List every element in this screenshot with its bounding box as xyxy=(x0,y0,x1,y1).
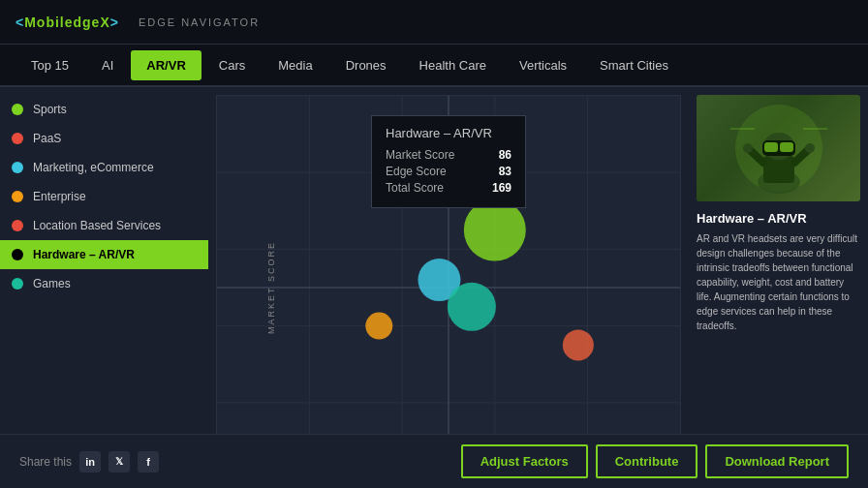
download-report-button[interactable]: Download Report xyxy=(705,444,849,478)
market-score-value: 86 xyxy=(499,148,512,162)
nav-tab-ai[interactable]: AI xyxy=(86,50,129,80)
sidebar: SportsPaaSMarketing, eCommerceEnterprise… xyxy=(0,87,208,488)
market-score-label: Market Score xyxy=(386,148,454,162)
total-score-label: Total Score xyxy=(386,181,444,195)
sidebar-item-games[interactable]: Games xyxy=(0,269,208,298)
twitter-icon[interactable]: 𝕏 xyxy=(108,451,130,473)
sidebar-dot-enterprise xyxy=(12,191,23,202)
sidebar-dot-games xyxy=(12,278,23,290)
share-section: Share this in 𝕏 f xyxy=(19,451,461,473)
edge-nav-label: EDGE NAVIGATOR xyxy=(139,16,260,28)
info-panel: Hardware – AR/VR AR and VR headsets are … xyxy=(689,87,868,488)
nav-tab-cars[interactable]: Cars xyxy=(203,50,261,80)
logo-text: <MobiledgeX> xyxy=(16,15,119,30)
sidebar-label-location: Location Based Services xyxy=(33,219,161,232)
sidebar-dot-hardware xyxy=(12,249,23,260)
total-score-value: 169 xyxy=(492,181,512,195)
facebook-icon[interactable]: f xyxy=(138,451,159,473)
nav-tab-smartcities[interactable]: Smart Cities xyxy=(584,50,684,80)
sidebar-dot-paas xyxy=(12,133,23,144)
sidebar-label-hardware: Hardware – AR/VR xyxy=(33,248,135,261)
svg-rect-17 xyxy=(763,156,794,183)
footer: Share this in 𝕏 f Adjust Factors Contrib… xyxy=(0,434,868,488)
sidebar-label-enterprise: Enterprise xyxy=(33,190,86,203)
edge-score-label: Edge Score xyxy=(386,165,447,178)
svg-point-24 xyxy=(743,143,753,153)
logo: <MobiledgeX> xyxy=(16,15,119,30)
tooltip-total-score: Total Score 169 xyxy=(386,181,512,195)
header: <MobiledgeX> EDGE NAVIGATOR xyxy=(0,0,868,45)
contribute-button[interactable]: Contribute xyxy=(596,444,698,478)
sidebar-label-marketing: Marketing, eCommerce xyxy=(33,161,154,174)
info-image xyxy=(697,95,860,201)
sidebar-dot-sports xyxy=(12,104,23,115)
sidebar-item-sports[interactable]: Sports xyxy=(0,95,208,124)
nav-tab-media[interactable]: Media xyxy=(263,50,327,80)
info-description: AR and VR headsets are very difficult de… xyxy=(697,231,860,333)
nav-tab-drones[interactable]: Drones xyxy=(330,50,402,80)
svg-rect-20 xyxy=(764,142,778,152)
sidebar-item-location[interactable]: Location Based Services xyxy=(0,211,208,240)
y-axis-label: MARKET SCORE xyxy=(266,241,276,334)
tooltip-title: Hardware – AR/VR xyxy=(386,126,512,140)
sidebar-dot-marketing xyxy=(12,162,23,173)
info-title: Hardware – AR/VR xyxy=(697,211,860,226)
sidebar-label-games: Games xyxy=(33,277,71,290)
svg-point-12 xyxy=(464,199,526,261)
nav-tab-arvr[interactable]: AR/VR xyxy=(131,50,201,80)
svg-point-11 xyxy=(448,283,496,331)
sidebar-dot-location xyxy=(12,220,23,231)
chart-area: Hardware – AR/VR Market Score 86 Edge Sc… xyxy=(216,95,681,480)
sidebar-item-hardware[interactable]: Hardware – AR/VR xyxy=(0,240,208,269)
sidebar-item-enterprise[interactable]: Enterprise xyxy=(0,182,208,211)
nav-tabs: Top 15AIAR/VRCarsMediaDronesHealth CareV… xyxy=(0,45,868,87)
nav-tab-healthcare[interactable]: Health Care xyxy=(404,50,502,80)
vr-illustration xyxy=(721,100,837,197)
nav-tab-top15[interactable]: Top 15 xyxy=(16,50,84,80)
sidebar-item-paas[interactable]: PaaS xyxy=(0,124,208,153)
sidebar-item-marketing[interactable]: Marketing, eCommerce xyxy=(0,153,208,182)
main-content: SportsPaaSMarketing, eCommerceEnterprise… xyxy=(0,87,868,488)
share-label: Share this xyxy=(19,455,72,469)
sidebar-label-paas: PaaS xyxy=(33,132,61,145)
edge-score-value: 83 xyxy=(499,165,512,178)
adjust-factors-button[interactable]: Adjust Factors xyxy=(461,444,588,478)
svg-point-14 xyxy=(365,313,392,340)
svg-point-25 xyxy=(805,143,815,153)
svg-point-13 xyxy=(563,329,594,360)
linkedin-icon[interactable]: in xyxy=(79,451,101,473)
footer-buttons: Adjust Factors Contribute Download Repor… xyxy=(461,444,849,478)
tooltip-market-score: Market Score 86 xyxy=(386,148,512,162)
tooltip-edge-score: Edge Score 83 xyxy=(386,165,512,178)
chart-tooltip: Hardware – AR/VR Market Score 86 Edge Sc… xyxy=(371,115,526,208)
nav-tab-verticals[interactable]: Verticals xyxy=(504,50,582,80)
sidebar-label-sports: Sports xyxy=(33,103,67,116)
svg-rect-21 xyxy=(780,142,793,152)
